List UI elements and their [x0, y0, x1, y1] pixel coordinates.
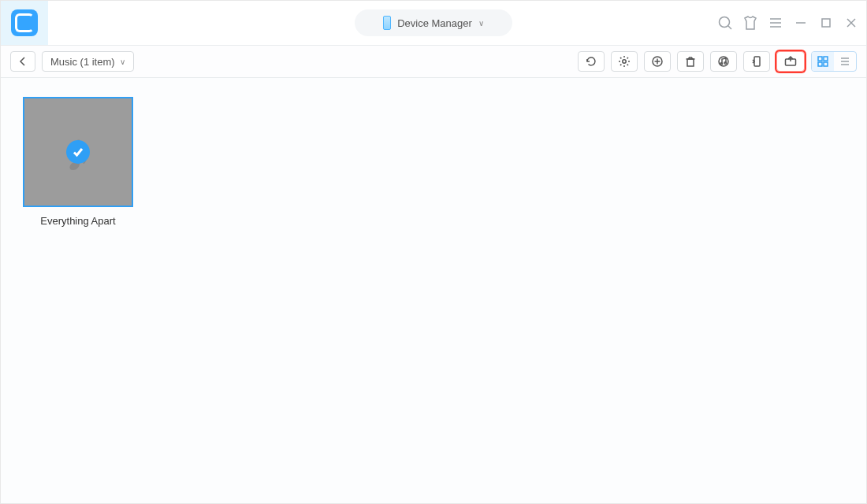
- minimize-button[interactable]: [792, 14, 809, 32]
- svg-point-0: [720, 17, 730, 28]
- window-controls: [716, 1, 860, 45]
- music-item-title: Everything Apart: [23, 215, 133, 227]
- chevron-down-icon: ∨: [478, 19, 484, 28]
- to-itunes-button[interactable]: [710, 51, 737, 72]
- to-device-button[interactable]: [743, 51, 770, 72]
- close-button[interactable]: [843, 14, 860, 32]
- svg-rect-13: [687, 59, 694, 66]
- music-item[interactable]: ♪ Everything Apart: [23, 97, 133, 227]
- selected-check-icon: [66, 140, 90, 164]
- settings-button[interactable]: [611, 51, 638, 72]
- tshirt-icon[interactable]: [742, 14, 759, 32]
- svg-rect-26: [818, 62, 822, 66]
- list-view-button[interactable]: [834, 52, 856, 71]
- search-icon[interactable]: [716, 14, 734, 32]
- svg-point-20: [724, 62, 727, 65]
- phone-icon: [383, 16, 391, 30]
- logo-area: [1, 1, 48, 45]
- svg-rect-6: [822, 19, 830, 27]
- titlebar: Device Manager ∨: [1, 1, 866, 45]
- refresh-button[interactable]: [578, 51, 605, 72]
- maximize-button[interactable]: [817, 14, 835, 32]
- content-grid: ♪ Everything Apart: [1, 78, 866, 246]
- delete-button[interactable]: [677, 51, 704, 72]
- device-selector-wrap: Device Manager ∨: [355, 9, 512, 36]
- device-selector[interactable]: Device Manager ∨: [355, 9, 512, 36]
- svg-rect-25: [824, 57, 828, 61]
- svg-point-19: [720, 63, 723, 65]
- menu-icon[interactable]: [767, 14, 784, 32]
- breadcrumb-dropdown[interactable]: Music (1 item) ∨: [42, 51, 134, 72]
- app-logo-icon: [11, 9, 38, 36]
- svg-line-1: [728, 26, 731, 29]
- device-label: Device Manager: [397, 17, 472, 29]
- music-thumbnail: ♪: [23, 97, 133, 207]
- toolbar: Music (1 item) ∨: [1, 45, 866, 78]
- back-button[interactable]: [10, 51, 35, 72]
- svg-point-9: [623, 60, 626, 63]
- to-computer-button[interactable]: [776, 51, 805, 72]
- view-toggle: [811, 51, 857, 72]
- svg-rect-27: [824, 62, 828, 66]
- grid-view-button[interactable]: [812, 52, 834, 71]
- add-button[interactable]: [644, 51, 671, 72]
- breadcrumb-label: Music (1 item): [50, 56, 115, 68]
- svg-rect-24: [818, 57, 822, 61]
- chevron-down-icon: ∨: [120, 57, 125, 66]
